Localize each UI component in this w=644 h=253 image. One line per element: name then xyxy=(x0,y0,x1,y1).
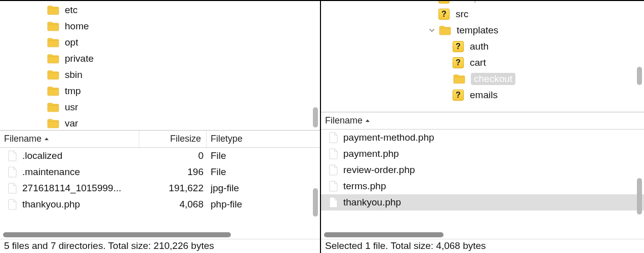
scrollbar-vertical[interactable] xyxy=(637,67,642,85)
tree-item[interactable]: var xyxy=(0,115,320,131)
table-row[interactable]: .maintenance196File xyxy=(0,164,320,180)
tree-item-label: templates xyxy=(457,25,498,36)
filename-label: terms.php xyxy=(343,181,386,192)
tree-item-label: opt xyxy=(65,37,78,48)
sort-ascending-icon xyxy=(365,118,371,124)
remote-pane: ?sample-data?srctemplates?auth?cartcheck… xyxy=(321,0,644,253)
scrollbar-vertical[interactable] xyxy=(313,107,318,128)
tree-item-label: private xyxy=(65,53,94,64)
filename-label: review-order.php xyxy=(343,164,415,176)
cell-filename: payment.php xyxy=(325,148,644,159)
tree-item[interactable]: opt xyxy=(0,34,320,51)
filename-label: payment-method.php xyxy=(343,132,434,143)
local-pane: etchomeoptprivatesbintmpusrvar Filename … xyxy=(0,0,321,253)
table-row[interactable]: 271618114_1015999...191,622jpg-file xyxy=(0,180,320,196)
column-filetype[interactable]: Filetype xyxy=(207,131,320,147)
folder-icon xyxy=(47,69,60,80)
cell-filename: .localized xyxy=(4,150,141,161)
tree-item[interactable]: usr xyxy=(0,99,320,115)
table-row[interactable]: payment.php xyxy=(321,146,644,162)
file-icon xyxy=(6,166,19,178)
cell-filename: .maintenance xyxy=(4,166,141,178)
tree-item[interactable]: ?sample-data xyxy=(321,0,644,6)
unknown-folder-icon: ? xyxy=(453,41,464,52)
scrollbar-vertical[interactable] xyxy=(637,178,642,215)
column-label: Filetype xyxy=(211,134,243,144)
file-icon xyxy=(6,150,19,161)
cell-filesize: 4,068 xyxy=(141,199,209,210)
table-row[interactable]: payment-method.php xyxy=(321,130,644,146)
scrollbar-horizontal[interactable] xyxy=(0,231,320,239)
cell-filetype: File xyxy=(209,150,320,161)
folder-icon xyxy=(47,102,60,113)
folder-icon xyxy=(47,53,60,64)
folder-icon xyxy=(47,21,60,32)
table-row[interactable]: thankyou.php xyxy=(321,194,644,210)
tree-item[interactable]: private xyxy=(0,51,320,67)
remote-tree[interactable]: ?sample-data?srctemplates?auth?cartcheck… xyxy=(321,0,644,112)
column-label: Filesize xyxy=(170,134,201,144)
tree-item[interactable]: ?emails xyxy=(321,87,644,103)
chevron-down-icon[interactable] xyxy=(427,26,436,35)
cell-filename: 271618114_1015999... xyxy=(4,183,141,194)
cell-filetype: jpg-file xyxy=(209,183,320,194)
tree-item[interactable]: ?src xyxy=(321,6,644,22)
tree-item[interactable]: etc xyxy=(0,2,320,18)
tree-item[interactable]: tmp xyxy=(0,83,320,99)
tree-item[interactable]: ?cart xyxy=(321,55,644,71)
scrollbar-vertical[interactable] xyxy=(313,188,318,217)
column-filename[interactable]: Filename xyxy=(321,112,644,129)
folder-icon xyxy=(47,5,60,16)
tree-item[interactable]: checkout xyxy=(321,71,644,87)
cell-filesize: 191,622 xyxy=(141,183,209,194)
file-icon xyxy=(327,132,340,143)
file-list-header: Filename xyxy=(321,112,644,130)
column-filesize[interactable]: Filesize xyxy=(139,131,207,147)
remote-file-list: Filename payment-method.phppayment.phpre… xyxy=(321,112,644,239)
scrollbar-horizontal[interactable] xyxy=(321,231,644,239)
folder-icon xyxy=(47,37,60,48)
file-icon xyxy=(6,199,19,210)
filename-label: thankyou.php xyxy=(22,199,80,210)
cell-filesize: 196 xyxy=(141,166,209,178)
table-row[interactable]: thankyou.php4,068php-file xyxy=(0,196,320,213)
tree-item-label: checkout xyxy=(471,73,515,85)
cell-filename: thankyou.php xyxy=(4,199,141,210)
cell-filename: payment-method.php xyxy=(325,132,644,143)
unknown-folder-icon: ? xyxy=(453,90,464,101)
tree-item-label: tmp xyxy=(65,86,81,97)
table-row[interactable]: terms.php xyxy=(321,178,644,194)
filename-label: 271618114_1015999... xyxy=(22,183,121,194)
cell-filename: terms.php xyxy=(325,181,644,192)
tree-item-label: etc xyxy=(65,5,77,16)
unknown-folder-icon: ? xyxy=(453,57,464,68)
file-icon xyxy=(327,148,340,159)
tree-item-label: var xyxy=(65,118,78,129)
tree-item-label: usr xyxy=(65,102,78,113)
table-row[interactable]: .localized0File xyxy=(0,148,320,164)
cell-filesize: 0 xyxy=(141,150,209,161)
column-filename[interactable]: Filename xyxy=(0,131,139,147)
tree-item[interactable]: home xyxy=(0,18,320,34)
unknown-folder-icon: ? xyxy=(438,0,450,4)
folder-icon xyxy=(47,86,60,97)
filename-label: .localized xyxy=(22,150,62,161)
filename-label: .maintenance xyxy=(22,166,80,178)
file-list-header: Filename Filesize Filetype xyxy=(0,131,320,148)
cell-filename: thankyou.php xyxy=(325,197,644,208)
cell-filename: review-order.php xyxy=(325,164,644,176)
table-row[interactable]: review-order.php xyxy=(321,162,644,178)
tree-item[interactable]: sbin xyxy=(0,67,320,83)
folder-icon xyxy=(47,118,60,129)
tree-item-label: home xyxy=(65,21,89,32)
filename-label: payment.php xyxy=(343,148,399,159)
tree-item-label: auth xyxy=(470,41,489,52)
file-icon xyxy=(327,164,340,176)
tree-item[interactable]: ?auth xyxy=(321,38,644,55)
tree-item-label: sample-data xyxy=(456,0,509,4)
local-tree[interactable]: etchomeoptprivatesbintmpusrvar xyxy=(0,0,320,131)
tree-item-label: cart xyxy=(470,57,486,68)
tree-item[interactable]: templates xyxy=(321,22,644,38)
unknown-folder-icon: ? xyxy=(438,9,450,20)
file-icon xyxy=(6,183,19,194)
